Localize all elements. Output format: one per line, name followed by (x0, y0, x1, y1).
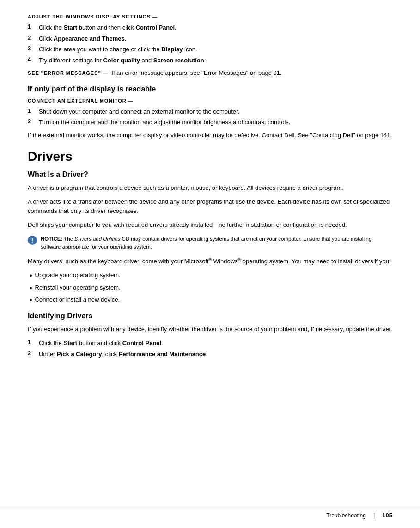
identifying-drivers-section: Identifying Drivers If you experience a … (28, 312, 392, 358)
footer-page-number: 105 (382, 512, 392, 519)
notice-content: NOTICE: The Drivers and Utilities CD may… (41, 235, 392, 251)
driver-para3: Dell ships your computer to you with req… (28, 220, 392, 230)
driver-para2: A driver acts like a translator between … (28, 197, 392, 216)
list-item: 1 Shut down your computer and connect an… (28, 107, 392, 116)
identifying-steps-list: 1 Click the Start button and click Contr… (28, 339, 392, 358)
identifying-para: If you experience a problem with any dev… (28, 325, 392, 334)
adjust-steps-list: 1 Click the Start button and then click … (28, 23, 392, 65)
drivers-section: Drivers What Is a Driver? A driver is a … (28, 149, 392, 306)
external-monitor-text: If the external monitor works, the compu… (28, 131, 392, 140)
notice-icon: ! (28, 236, 37, 245)
notice-box: ! NOTICE: The Drivers and Utilities CD m… (28, 235, 392, 251)
see-error-messages: See "Error Messages" — If an error messa… (28, 68, 392, 78)
adjust-section: Adjust the Windows display settings — 1 … (28, 14, 392, 78)
list-item: Upgrade your operating system. (28, 271, 392, 281)
footer: Troubleshooting | 105 (0, 509, 420, 519)
readable-heading: If only part of the display is readable (28, 85, 392, 93)
identifying-heading: Identifying Drivers (28, 312, 392, 320)
list-item: 3 Click the area you want to change or c… (28, 45, 392, 54)
list-item: 1 Click the Start button and click Contr… (28, 339, 392, 348)
list-item: 4 Try different settings for Color quali… (28, 56, 392, 65)
list-item: Reinstall your operating system. (28, 283, 392, 293)
drivers-heading: Drivers (28, 149, 392, 164)
footer-right: Troubleshooting | 105 (326, 512, 392, 519)
list-item: Connect or install a new device. (28, 295, 392, 305)
connect-steps-list: 1 Shut down your computer and connect an… (28, 107, 392, 127)
footer-pipe: | (373, 512, 375, 519)
connect-heading: Connect an external monitor — (28, 98, 392, 103)
driver-para4: Many drivers, such as the keyboard drive… (28, 257, 392, 266)
list-item: 1 Click the Start button and then click … (28, 23, 392, 32)
footer-section-label: Troubleshooting (326, 512, 366, 519)
driver-para1: A driver is a program that controls a de… (28, 183, 392, 193)
adjust-heading: Adjust the Windows display settings — (28, 14, 392, 19)
readable-section: If only part of the display is readable … (28, 85, 392, 140)
what-driver-heading: What Is a Driver? (28, 170, 392, 179)
list-item: 2 Click Appearance and Themes. (28, 34, 392, 43)
list-item: 2 Under Pick a Category, click Performan… (28, 350, 392, 359)
list-item: 2 Turn on the computer and the monitor, … (28, 118, 392, 127)
driver-bullet-list: Upgrade your operating system. Reinstall… (28, 271, 392, 305)
